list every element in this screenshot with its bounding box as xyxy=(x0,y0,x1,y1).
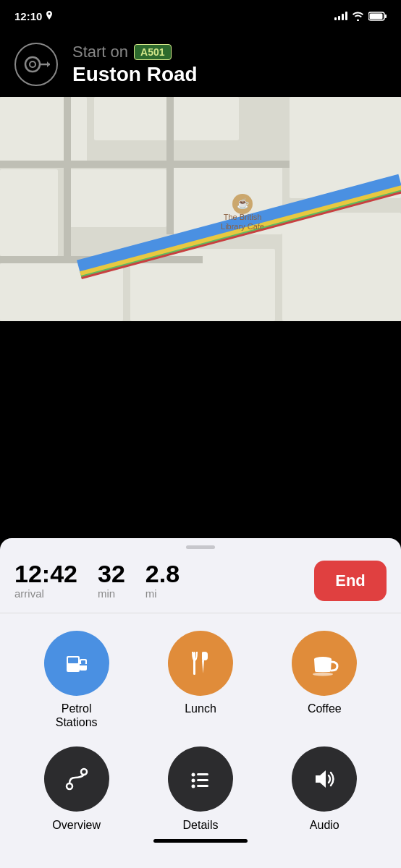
miles-stat: 2.8 mi xyxy=(145,561,180,600)
svg-point-4 xyxy=(30,61,35,67)
status-bar: 12:10 xyxy=(0,0,401,32)
svg-text:The British: The British xyxy=(224,213,262,221)
arrival-stat: 12:42 arrival xyxy=(14,561,77,600)
svg-marker-6 xyxy=(47,61,50,67)
lunch-label: Lunch xyxy=(185,702,216,715)
map-area: ☕ The British Library Cafe xyxy=(0,97,401,321)
road-name: Euston Road xyxy=(72,63,198,86)
overview-label: Overview xyxy=(52,819,101,832)
speaker-icon xyxy=(308,763,340,795)
road-badge: A501 xyxy=(134,44,171,60)
lunch-circle xyxy=(168,631,233,696)
overview-button[interactable]: Overview xyxy=(33,746,120,832)
category-section: PetrolStations Lunch xyxy=(0,613,401,741)
svg-rect-2 xyxy=(385,14,387,18)
miles-label: mi xyxy=(145,587,180,600)
svg-point-45 xyxy=(191,785,195,788)
svg-rect-30 xyxy=(68,658,78,663)
fuel-icon xyxy=(61,647,93,679)
minutes-value: 32 xyxy=(98,561,125,586)
svg-rect-34 xyxy=(193,652,195,675)
route-icon xyxy=(14,43,58,86)
svg-rect-46 xyxy=(197,785,208,787)
svg-point-43 xyxy=(191,779,195,783)
svg-rect-32 xyxy=(81,660,85,664)
status-right xyxy=(334,12,387,21)
roundabout-icon xyxy=(22,54,50,75)
status-left: 12:10 xyxy=(14,10,54,22)
svg-rect-8 xyxy=(0,97,87,162)
map-svg: ☕ The British Library Cafe xyxy=(0,97,401,321)
svg-rect-24 xyxy=(166,97,174,234)
svg-rect-16 xyxy=(282,213,401,321)
svg-point-3 xyxy=(25,57,40,72)
details-button[interactable]: Details xyxy=(157,746,244,832)
start-on-label: Start on xyxy=(72,43,128,61)
svg-rect-10 xyxy=(0,169,58,256)
route-icon xyxy=(61,763,93,795)
audio-circle xyxy=(292,746,357,812)
nav-header: Start on A501 Euston Road xyxy=(0,32,401,97)
battery-icon xyxy=(368,12,387,21)
minutes-label: min xyxy=(98,587,125,600)
details-circle xyxy=(168,746,233,812)
coffee-button[interactable]: Coffee xyxy=(281,631,368,729)
location-icon xyxy=(45,11,54,21)
overview-circle xyxy=(44,746,109,812)
wifi-icon xyxy=(352,12,364,21)
details-label: Details xyxy=(183,819,219,832)
fork-knife-icon xyxy=(186,647,215,679)
coffee-label: Coffee xyxy=(308,702,342,715)
coffee-circle xyxy=(292,631,357,696)
start-on-row: Start on A501 xyxy=(72,43,198,61)
nav-text: Start on A501 Euston Road xyxy=(72,43,198,86)
svg-point-37 xyxy=(314,657,332,661)
minutes-stat: 32 min xyxy=(98,561,125,600)
petrol-stations-button[interactable]: PetrolStations xyxy=(33,631,120,729)
miles-value: 2.8 xyxy=(145,561,180,586)
svg-rect-44 xyxy=(197,779,208,781)
arrival-label: arrival xyxy=(14,587,77,600)
action-section: Overview Details xyxy=(0,741,401,832)
svg-rect-11 xyxy=(65,169,166,227)
audio-button[interactable]: Audio xyxy=(281,746,368,832)
petrol-label: PetrolStations xyxy=(56,702,98,729)
svg-rect-1 xyxy=(370,13,383,19)
lunch-button[interactable]: Lunch xyxy=(157,631,244,729)
audio-label: Audio xyxy=(310,819,339,832)
bottom-sheet: 12:42 arrival 32 min 2.8 mi End xyxy=(0,538,401,868)
svg-rect-36 xyxy=(202,652,208,660)
end-button[interactable]: End xyxy=(314,561,387,601)
svg-rect-42 xyxy=(197,773,208,775)
home-bar xyxy=(153,839,248,843)
svg-text:☕: ☕ xyxy=(237,197,250,210)
handle-bar xyxy=(186,545,215,549)
sheet-handle xyxy=(0,538,401,553)
trip-info-row: 12:42 arrival 32 min 2.8 mi End xyxy=(0,553,401,613)
coffee-cup-icon xyxy=(308,647,340,679)
home-indicator xyxy=(0,832,401,846)
svg-rect-23 xyxy=(64,97,71,256)
time-label: 12:10 xyxy=(14,10,42,22)
signal-icon xyxy=(334,12,347,20)
petrol-circle xyxy=(44,631,109,696)
arrival-time: 12:42 xyxy=(14,561,77,586)
list-icon xyxy=(185,763,216,795)
svg-rect-17 xyxy=(0,161,290,168)
svg-point-38 xyxy=(313,672,333,676)
svg-text:Library Cafe: Library Cafe xyxy=(221,222,264,231)
svg-point-41 xyxy=(191,773,195,777)
